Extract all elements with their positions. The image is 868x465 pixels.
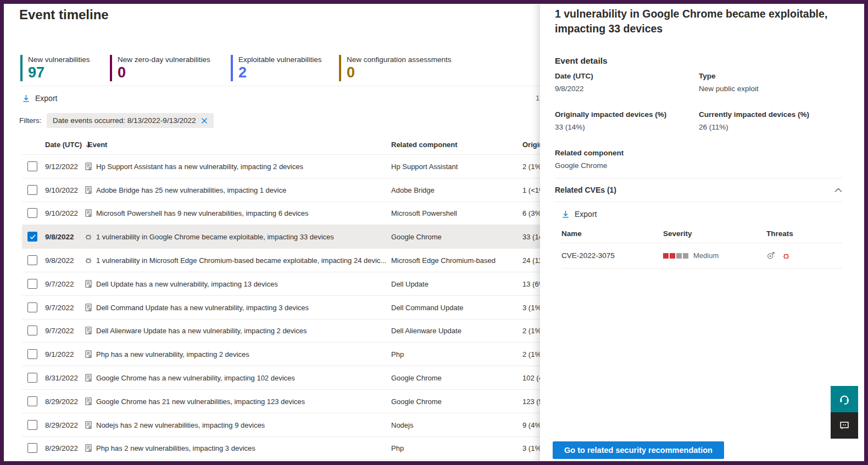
column-header-event[interactable]: Event (88, 140, 107, 148)
event-table-row[interactable]: 9/7/2022 Dell Update has a new vulnerabi… (22, 272, 544, 296)
row-checkbox[interactable] (27, 302, 37, 312)
field-currently-impacted: Currently impacted devices (%) 26 (11%) (699, 110, 842, 132)
stat-value: 0 (118, 64, 210, 81)
vulnerability-report-icon (84, 162, 93, 171)
event-table-row[interactable]: 9/10/2022 Adobe Bridge has 25 new vulner… (22, 178, 544, 202)
event-table-row[interactable]: 9/7/2022 Dell Alienware Update has a new… (22, 320, 544, 343)
row-event-text[interactable]: Google Chrome has 21 new vulnerabilities… (96, 397, 305, 405)
row-event-icon-cell (84, 186, 93, 194)
stat-label: New configuration assessments (347, 55, 452, 64)
cve-export-button[interactable]: Export (561, 210, 864, 219)
event-table-row[interactable]: 9/8/2022 1 vulnerability in Google Chrom… (22, 225, 544, 249)
row-event-text[interactable]: Dell Alienware Update has a new vulnerab… (96, 327, 307, 335)
event-table-row[interactable]: 9/10/2022 Microsoft Powershell has 9 new… (22, 202, 544, 226)
go-to-recommendation-button[interactable]: Go to related security recommendation (553, 441, 724, 459)
row-checkbox[interactable] (27, 255, 37, 265)
feedback-button[interactable] (831, 412, 858, 439)
cve-column-threats[interactable]: Threats (766, 229, 842, 238)
exploit-bug-icon (84, 232, 93, 241)
row-checkbox[interactable] (27, 373, 37, 383)
row-component: Php (391, 350, 404, 358)
row-event-text[interactable]: 1 vulnerability in Google Chrome became … (96, 233, 334, 241)
row-date: 9/12/2022 (45, 162, 78, 170)
row-checkbox[interactable] (27, 161, 37, 171)
stat-value: 97 (28, 64, 90, 81)
vulnerability-report-icon (84, 209, 93, 217)
event-table-row[interactable]: 9/12/2022 Hp Support Assistant has a new… (22, 155, 544, 178)
row-event-icon-cell (84, 373, 93, 382)
event-table-row[interactable]: 9/7/2022 Dell Command Update has a new v… (22, 296, 544, 320)
severity-label: Medium (693, 251, 719, 260)
event-table-row[interactable]: 8/29/2022 Google Chrome has 21 new vulne… (22, 390, 544, 413)
event-table-row[interactable]: 9/8/2022 1 vulnerability in Microsoft Ed… (22, 249, 544, 272)
row-component: Adobe Bridge (391, 186, 435, 194)
row-date: 9/10/2022 (45, 186, 78, 194)
vulnerability-report-icon (84, 421, 93, 429)
row-event-text[interactable]: Dell Command Update has a new vulnerabil… (96, 303, 309, 311)
row-checkbox-cell (27, 326, 37, 335)
row-checkbox-cell (27, 420, 37, 430)
row-checkbox[interactable] (27, 420, 37, 430)
event-table-row[interactable]: 8/29/2022 Nodejs has 2 new vulnerabiliti… (22, 413, 544, 437)
row-event-icon-cell (84, 162, 93, 171)
row-date: 9/8/2022 (45, 256, 74, 265)
export-button[interactable]: Export (22, 94, 57, 103)
row-checkbox[interactable] (27, 396, 37, 406)
row-event-text[interactable]: Php has a new vulnerability, impacting 2… (96, 350, 249, 358)
row-date: 8/29/2022 (45, 397, 78, 405)
column-header-related-component[interactable]: Related component (391, 140, 458, 148)
row-event-text[interactable]: 1 vulnerability in Microsoft Edge Chromi… (96, 256, 386, 265)
stat-label: New zero-day vulnerabilities (118, 55, 210, 64)
cve-column-severity[interactable]: Severity (663, 229, 766, 238)
cve-table-header: Name Severity Threats (561, 229, 842, 243)
row-checkbox[interactable] (27, 232, 37, 242)
row-checkbox-cell (27, 232, 37, 242)
row-event-text[interactable]: Microsoft Powershell has 9 new vulnerabi… (96, 209, 309, 217)
row-date: 9/7/2022 (45, 327, 74, 335)
row-event-icon-cell (84, 232, 93, 241)
page-title: Event timeline (19, 7, 109, 23)
row-checkbox[interactable] (27, 349, 37, 359)
row-checkbox-cell (27, 349, 37, 359)
event-table-row[interactable]: 8/29/2022 Php has 2 new vulnerabilities,… (22, 437, 544, 461)
row-component: Dell Command Update (391, 303, 464, 311)
filter-chip-text: Date events occurred: 8/13/2022-9/13/202… (53, 116, 196, 125)
remove-filter-icon[interactable] (201, 117, 208, 124)
stat-new-configuration-assessments: New configuration assessments 0 (339, 55, 452, 81)
vulnerability-report-icon (84, 279, 93, 288)
row-checkbox[interactable] (27, 279, 37, 289)
active-threat-icon (782, 251, 791, 260)
row-checkbox[interactable] (27, 326, 37, 335)
check-icon (30, 234, 36, 239)
vulnerability-report-icon (84, 303, 93, 312)
cve-name[interactable]: CVE-2022-3075 (561, 251, 663, 260)
row-component: Google Chrome (391, 374, 442, 382)
row-checkbox[interactable] (27, 208, 37, 218)
cve-table-row[interactable]: CVE-2022-3075 Medium (561, 243, 842, 268)
field-related-component: Related component Google Chrome (555, 148, 699, 170)
row-event-text[interactable]: Dell Update has a new vulnerability, imp… (96, 279, 278, 288)
row-checkbox[interactable] (27, 443, 37, 453)
row-event-text[interactable]: Nodejs has 2 new vulnerabilities, impact… (96, 421, 265, 429)
row-component: Google Chrome (391, 233, 442, 241)
row-event-text[interactable]: Hp Support Assistant has a new vulnerabi… (96, 162, 303, 170)
row-component: Nodejs (391, 421, 413, 429)
event-table-row[interactable]: 9/1/2022 Php has a new vulnerability, im… (22, 343, 544, 366)
chevron-up-icon[interactable] (834, 188, 842, 193)
column-header-date[interactable]: Date (UTC) (45, 140, 91, 148)
event-table-row[interactable]: 8/31/2022 Google Chrome has a new vulner… (22, 366, 544, 390)
row-event-text[interactable]: Adobe Bridge has 25 new vulnerabilities,… (96, 186, 286, 194)
row-checkbox-cell (27, 279, 37, 289)
support-button[interactable] (831, 386, 858, 412)
cve-severity: Medium (663, 251, 766, 260)
panel-divider (555, 201, 842, 202)
export-label: Export (575, 210, 597, 219)
row-event-text[interactable]: Google Chrome has a new vulnerability, i… (96, 374, 295, 382)
stat-label: Exploitable vulnerabilities (238, 55, 322, 64)
related-cves-section-toggle[interactable]: Related CVEs (1) (555, 178, 842, 201)
row-checkbox[interactable] (27, 185, 37, 195)
feedback-bubble-icon (838, 419, 850, 432)
row-event-text[interactable]: Php has 2 new vulnerabilities, impacting… (96, 444, 255, 452)
cve-column-name[interactable]: Name (561, 229, 663, 238)
date-filter-chip[interactable]: Date events occurred: 8/13/2022-9/13/202… (47, 113, 214, 128)
